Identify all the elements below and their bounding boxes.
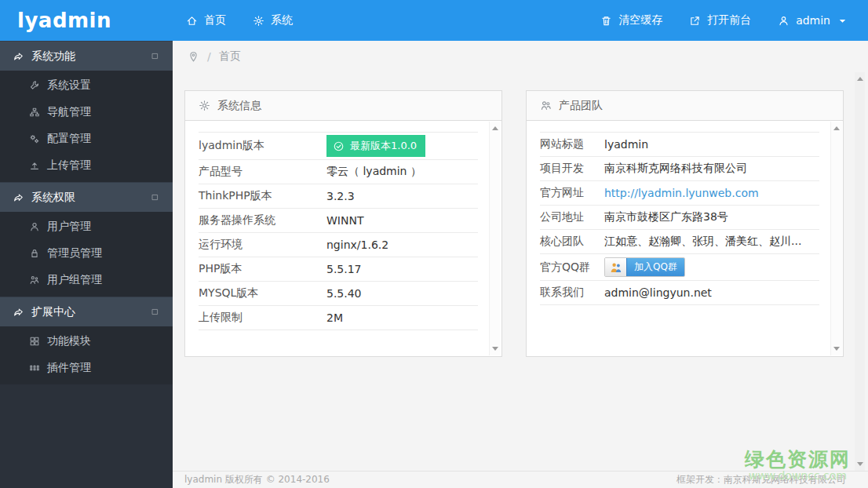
sidebar-section[interactable]: 扩展中心 — [0, 297, 173, 326]
row-value: admin@lingyun.net — [604, 286, 712, 299]
usergroup-icon — [28, 275, 40, 286]
qq-group-icon — [605, 258, 626, 276]
panel-scrollbar[interactable] — [830, 122, 842, 355]
table-row: 服务器操作系统WINNT — [199, 209, 478, 233]
row-label: 产品型号 — [199, 165, 326, 179]
table-row: 网站标题lyadmin — [540, 133, 819, 157]
badge-label: 最新版本1.0.0 — [350, 139, 417, 153]
row-label: 官方网址 — [540, 186, 604, 200]
nav-system-label: 系统 — [271, 13, 293, 27]
row-value: 南京市鼓楼区广东路38号 — [604, 210, 728, 224]
panel-scrollbar[interactable] — [489, 122, 501, 355]
open-frontend-button[interactable]: 打开前台 — [676, 0, 764, 41]
watermark-url: www.downcc.com — [745, 470, 851, 482]
sidebar-item[interactable]: 配置管理 — [0, 126, 173, 152]
wrench-icon — [28, 80, 40, 92]
system-info-panel: 系统信息 lyadmin版本最新版本1.0.0产品型号零云（ lyadmin ）… — [184, 90, 502, 357]
nav-home-label: 首页 — [204, 13, 226, 27]
users-icon — [540, 100, 552, 111]
website-link[interactable]: http://lyadmin.lyunweb.com — [604, 187, 759, 199]
row-value: lyadmin — [604, 138, 648, 151]
sidebar-item[interactable]: 系统设置 — [0, 72, 173, 99]
clear-cache-button[interactable]: 清空缓存 — [587, 0, 676, 41]
scroll-up-arrow[interactable] — [833, 126, 840, 130]
main-scrollbar[interactable] — [855, 72, 865, 471]
row-label: MYSQL版本 — [199, 286, 326, 300]
site-watermark: 绿色资源网 www.downcc.com — [745, 450, 851, 482]
open-frontend-label: 打开前台 — [707, 13, 751, 27]
sidebar-item[interactable]: 上传管理 — [0, 152, 173, 179]
user-menu[interactable]: admin — [764, 0, 862, 41]
header-actions: 清空缓存 打开前台 admin — [587, 0, 868, 41]
collapse-icon[interactable] — [149, 306, 161, 318]
sidebar-item-label: 管理员管理 — [47, 246, 102, 260]
sidebar-section-items: 用户管理管理员管理用户组管理 — [0, 212, 173, 297]
table-row: 产品型号零云（ lyadmin ） — [199, 160, 478, 184]
table-row: MYSQL版本5.5.40 — [199, 282, 478, 306]
row-label: 官方QQ群 — [540, 260, 604, 275]
row-label: 网站标题 — [540, 137, 604, 151]
breadcrumb-current[interactable]: 首页 — [219, 49, 241, 64]
row-label: 公司地址 — [540, 210, 604, 224]
row-value: 江如意、赵瀚卿、张玥、潘美红、赵川... — [604, 235, 801, 249]
join-qq-group-button[interactable]: 加入QQ群 — [604, 257, 685, 277]
row-label: ThinkPHP版本 — [199, 189, 326, 203]
table-row: 项目开发南京科斯克网络科技有限公司 — [540, 157, 819, 181]
sidebar-section-label: 扩展中心 — [31, 305, 75, 319]
table-row: 核心团队江如意、赵瀚卿、张玥、潘美红、赵川... — [540, 230, 819, 254]
breadcrumb: / 首页 — [173, 41, 868, 72]
product-team-header: 产品团队 — [527, 91, 843, 121]
row-label: 上传限制 — [199, 311, 326, 325]
table-row: lyadmin版本最新版本1.0.0 — [199, 133, 478, 160]
row-value: 2M — [326, 311, 343, 324]
scroll-down-arrow[interactable] — [857, 462, 863, 466]
sidebar-item[interactable]: 用户管理 — [0, 213, 173, 240]
sidebar-item-label: 上传管理 — [47, 158, 91, 173]
collapse-icon[interactable] — [149, 191, 161, 203]
scroll-down-arrow[interactable] — [833, 347, 840, 351]
sidebar-item-label: 配置管理 — [47, 132, 91, 146]
sidebar-item-label: 插件管理 — [47, 361, 91, 375]
table-row: 官方网址http://lyadmin.lyunweb.com — [540, 181, 819, 206]
admin-page: lyadmin 首页 系统 清空缓存 打开前台 admin — [0, 0, 868, 488]
app-logo[interactable]: lyadmin — [0, 0, 173, 41]
table-row: 运行环境nginx/1.6.2 — [199, 233, 478, 257]
row-label: 服务器操作系统 — [199, 213, 326, 228]
product-team-title: 产品团队 — [559, 99, 603, 113]
sidebar-item[interactable]: 功能模块 — [0, 328, 173, 355]
sidebar-section[interactable]: 系统权限 — [0, 182, 173, 212]
nav-system[interactable]: 系统 — [239, 0, 306, 41]
sidebar-item-label: 用户管理 — [47, 220, 91, 234]
share-icon — [12, 191, 24, 203]
share-icon — [12, 50, 24, 62]
row-value: 南京科斯克网络科技有限公司 — [604, 162, 747, 176]
row-label: 项目开发 — [540, 162, 604, 176]
table-row: 上传限制2M — [199, 306, 478, 330]
row-label: 核心团队 — [540, 235, 604, 249]
collapse-icon[interactable] — [149, 50, 161, 62]
scroll-down-arrow[interactable] — [492, 347, 498, 351]
nav-home[interactable]: 首页 — [173, 0, 239, 41]
sidebar-section[interactable]: 系统功能 — [0, 41, 173, 71]
top-nav: 首页 系统 — [173, 0, 306, 41]
scroll-up-arrow[interactable] — [492, 126, 498, 130]
row-value: nginx/1.6.2 — [326, 239, 388, 251]
scroll-up-arrow[interactable] — [857, 77, 863, 81]
plugin-icon — [28, 362, 40, 374]
sidebar-item[interactable]: 用户组管理 — [0, 267, 173, 293]
table-row: 联系我们admin@lingyun.net — [540, 281, 819, 305]
user-icon — [778, 15, 790, 27]
product-team-panel: 产品团队 网站标题lyadmin项目开发南京科斯克网络科技有限公司官方网址htt… — [526, 90, 844, 357]
row-label: 运行环境 — [199, 238, 326, 252]
copyright-text: lyadmin 版权所有 © 2014-2016 — [184, 473, 330, 486]
row-label: 联系我们 — [540, 286, 604, 300]
sidebar-item-label: 导航管理 — [47, 105, 91, 119]
sidebar-item[interactable]: 管理员管理 — [0, 240, 173, 267]
sidebar-section-label: 系统权限 — [31, 191, 75, 205]
system-info-table: lyadmin版本最新版本1.0.0产品型号零云（ lyadmin ）Think… — [199, 132, 478, 330]
lock-icon — [28, 248, 40, 260]
sidebar-item-label: 系统设置 — [47, 78, 91, 93]
trash-icon — [600, 15, 612, 27]
sidebar-item[interactable]: 导航管理 — [0, 99, 173, 126]
sidebar-item[interactable]: 插件管理 — [0, 355, 173, 381]
